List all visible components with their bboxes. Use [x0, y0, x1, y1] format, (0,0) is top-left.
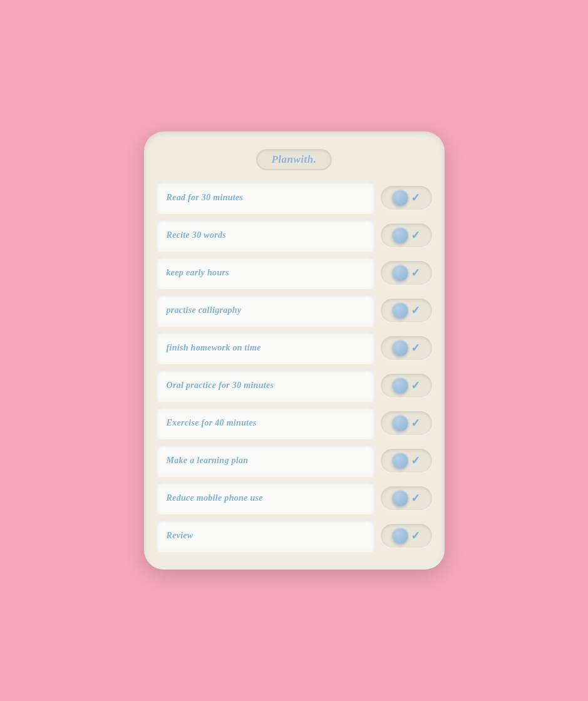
toggle-circle-8 [392, 453, 408, 469]
toggle-control-3[interactable]: ✓ [381, 261, 432, 285]
task-label-box-5: finish homework on time [157, 332, 374, 364]
task-text-3: keep early hours [167, 268, 229, 278]
toggle-control-1[interactable]: ✓ [381, 186, 432, 210]
toggle-checkmark-1: ✓ [411, 192, 420, 203]
task-text-9: Reduce mobile phone use [167, 493, 263, 503]
task-row: Review✓ [157, 519, 432, 552]
task-label-box-7: Exercise for 40 minutes [157, 407, 374, 439]
task-row: Oral practice for 30 minutes✓ [157, 369, 432, 402]
task-row: practise calligraphy✓ [157, 294, 432, 327]
task-row: Read for 30 minutes✓ [157, 182, 432, 214]
toggle-checkmark-10: ✓ [411, 530, 420, 541]
brand-name: Planwith. [271, 153, 316, 165]
task-row: Reduce mobile phone use✓ [157, 482, 432, 514]
toggle-circle-4 [392, 302, 408, 319]
task-list: Read for 30 minutes✓Recite 30 words✓keep… [157, 182, 432, 552]
toggle-circle-1 [392, 190, 408, 206]
toggle-checkmark-7: ✓ [411, 417, 420, 429]
toggle-control-7[interactable]: ✓ [381, 411, 432, 435]
task-label-box-1: Read for 30 minutes [157, 182, 374, 214]
toggle-circle-7 [392, 415, 408, 431]
brand-badge: Planwith. [256, 149, 331, 170]
toggle-circle-9 [392, 490, 408, 506]
task-text-10: Review [167, 531, 193, 541]
toggle-checkmark-9: ✓ [411, 493, 420, 504]
toggle-control-2[interactable]: ✓ [381, 223, 432, 247]
toggle-control-9[interactable]: ✓ [381, 486, 432, 510]
task-text-8: Make a learning plan [167, 456, 249, 466]
toggle-checkmark-5: ✓ [411, 342, 420, 354]
task-text-6: Oral practice for 30 minutes [167, 381, 274, 391]
task-text-7: Exercise for 40 minutes [167, 418, 257, 428]
task-label-box-4: practise calligraphy [157, 294, 374, 327]
toggle-checkmark-2: ✓ [411, 230, 420, 241]
task-label-box-9: Reduce mobile phone use [157, 482, 374, 514]
task-label-box-10: Review [157, 519, 374, 552]
toggle-circle-2 [392, 227, 408, 243]
toggle-control-6[interactable]: ✓ [381, 374, 432, 397]
task-row: Make a learning plan✓ [157, 444, 432, 477]
task-row: Recite 30 words✓ [157, 219, 432, 252]
task-text-5: finish homework on time [167, 343, 261, 353]
toggle-control-4[interactable]: ✓ [381, 299, 432, 322]
task-label-box-3: keep early hours [157, 257, 374, 289]
task-text-2: Recite 30 words [167, 230, 227, 240]
toggle-circle-6 [392, 377, 408, 394]
toggle-checkmark-6: ✓ [411, 380, 420, 391]
task-text-1: Read for 30 minutes [167, 193, 244, 203]
toggle-circle-3 [392, 265, 408, 281]
toggle-checkmark-8: ✓ [411, 455, 420, 466]
task-row: Exercise for 40 minutes✓ [157, 407, 432, 439]
toggle-checkmark-4: ✓ [411, 305, 420, 316]
toggle-circle-10 [392, 528, 408, 544]
task-label-box-6: Oral practice for 30 minutes [157, 369, 374, 402]
toggle-checkmark-3: ✓ [411, 267, 420, 279]
toggle-control-10[interactable]: ✓ [381, 524, 432, 548]
task-label-box-8: Make a learning plan [157, 444, 374, 477]
toggle-control-5[interactable]: ✓ [381, 336, 432, 360]
toggle-control-8[interactable]: ✓ [381, 449, 432, 473]
toggle-circle-5 [392, 340, 408, 356]
task-row: finish homework on time✓ [157, 332, 432, 364]
planner-device: Planwith. Read for 30 minutes✓Recite 30 … [144, 131, 445, 570]
task-text-4: practise calligraphy [167, 305, 242, 315]
task-row: keep early hours✓ [157, 257, 432, 289]
task-label-box-2: Recite 30 words [157, 219, 374, 252]
